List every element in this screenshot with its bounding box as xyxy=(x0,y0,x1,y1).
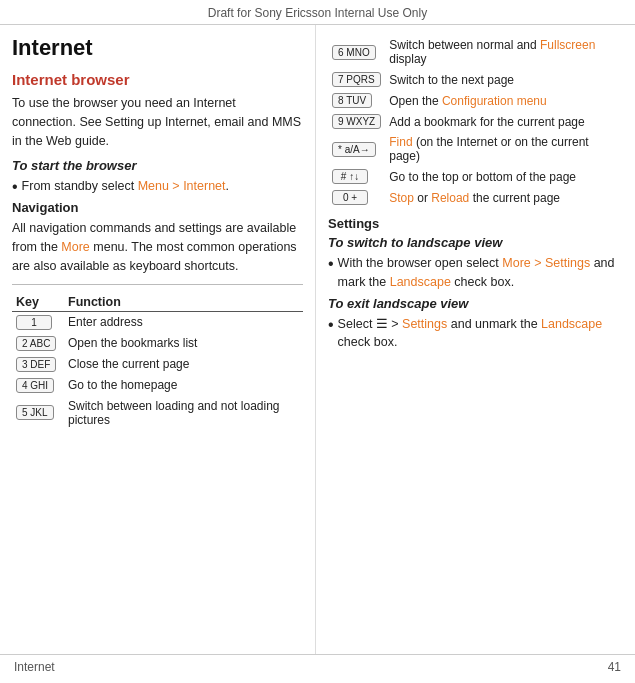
exit-settings-link[interactable]: Settings xyxy=(402,317,447,331)
reload-link[interactable]: Reload xyxy=(431,191,469,205)
table-row: 1Enter address xyxy=(12,311,303,333)
start-heading: To start the browser xyxy=(12,158,303,173)
intro-text: To use the browser you need an Internet … xyxy=(12,96,301,148)
table-row: 6 MNOSwitch between normal and Fullscree… xyxy=(328,35,623,69)
function-cell: Enter address xyxy=(64,311,303,333)
menu-internet-link[interactable]: Menu > Internet xyxy=(138,179,226,193)
col-function-header: Function xyxy=(64,293,303,312)
table-row: 5 JKLSwitch between loading and not load… xyxy=(12,396,303,430)
settings-heading: Settings xyxy=(328,216,623,231)
function-cell: Stop or Reload the current page xyxy=(385,187,623,208)
exit-bullet: • Select ☰ > Settings and unmark the Lan… xyxy=(328,315,623,353)
navigation-heading: Navigation xyxy=(12,200,303,215)
table-row: 0 +Stop or Reload the current page xyxy=(328,187,623,208)
key-badge: * a/A→ xyxy=(332,142,376,157)
function-cell: Find (on the Internet or on the current … xyxy=(385,132,623,166)
landscape-link[interactable]: Landscape xyxy=(390,275,451,289)
function-cell: Go to the top or bottom of the page xyxy=(385,166,623,187)
bullet-dot: • xyxy=(12,177,18,196)
table-row: 2 ABCOpen the bookmarks list xyxy=(12,333,303,354)
key-badge: # ↑↓ xyxy=(332,169,368,184)
key-badge: 4 GHI xyxy=(16,378,54,393)
key-cell: 8 TUV xyxy=(328,90,385,111)
key-cell: * a/A→ xyxy=(328,132,385,166)
key-badge: 2 ABC xyxy=(16,336,56,351)
key-badge: 9 WXYZ xyxy=(332,114,381,129)
start-text: From standby select Menu > Internet. xyxy=(22,177,229,196)
table-divider xyxy=(12,284,303,285)
nav-paragraph: All navigation commands and settings are… xyxy=(12,219,303,275)
draft-header: Draft for Sony Ericsson Internal Use Onl… xyxy=(0,0,635,25)
footer-left: Internet xyxy=(14,660,55,674)
key-cell: 0 + xyxy=(328,187,385,208)
key-cell: 5 JKL xyxy=(12,396,64,430)
function-cell: Close the current page xyxy=(64,354,303,375)
internet-browser-heading: Internet browser xyxy=(12,71,303,88)
key-cell: 6 MNO xyxy=(328,35,385,69)
start-bullet-item: • From standby select Menu > Internet. xyxy=(12,177,303,196)
right-key-table: 6 MNOSwitch between normal and Fullscree… xyxy=(328,35,623,208)
key-badge: 1 xyxy=(16,315,52,330)
function-link[interactable]: Fullscreen xyxy=(540,38,595,52)
key-cell: 4 GHI xyxy=(12,375,64,396)
key-badge: 7 PQRS xyxy=(332,72,381,87)
key-cell: # ↑↓ xyxy=(328,166,385,187)
intro-paragraph: To use the browser you need an Internet … xyxy=(12,94,303,150)
more-settings-link[interactable]: More > Settings xyxy=(502,256,590,270)
table-row: 3 DEFClose the current page xyxy=(12,354,303,375)
footer: Internet 41 xyxy=(0,654,635,678)
key-badge: 6 MNO xyxy=(332,45,376,60)
function-link[interactable]: Configuration menu xyxy=(442,94,547,108)
footer-right: 41 xyxy=(608,660,621,674)
stop-link[interactable]: Stop xyxy=(389,191,414,205)
landscape-view-heading: To switch to landscape view xyxy=(328,235,623,250)
landscape-bullet: • With the browser open select More > Se… xyxy=(328,254,623,292)
right-column: 6 MNOSwitch between normal and Fullscree… xyxy=(316,25,635,654)
key-function-table: Key Function 1Enter address2 ABCOpen the… xyxy=(12,293,303,430)
function-cell: Switch between normal and Fullscreen dis… xyxy=(385,35,623,69)
exit-icon: ☰ xyxy=(376,317,388,331)
more-link[interactable]: More xyxy=(61,240,89,254)
table-row: 4 GHIGo to the homepage xyxy=(12,375,303,396)
exit-landscape-link[interactable]: Landscape xyxy=(541,317,602,331)
function-cell: Switch to the next page xyxy=(385,69,623,90)
table-row: 7 PQRSSwitch to the next page xyxy=(328,69,623,90)
key-badge: 3 DEF xyxy=(16,357,56,372)
function-cell: Add a bookmark for the current page xyxy=(385,111,623,132)
function-link[interactable]: Find xyxy=(389,135,412,149)
exit-text: Select ☰ > Settings and unmark the Lands… xyxy=(338,315,623,353)
key-cell: 7 PQRS xyxy=(328,69,385,90)
key-badge: 8 TUV xyxy=(332,93,372,108)
key-cell: 1 xyxy=(12,311,64,333)
content-area: Internet Internet browser To use the bro… xyxy=(0,25,635,654)
table-row: # ↑↓Go to the top or bottom of the page xyxy=(328,166,623,187)
key-cell: 3 DEF xyxy=(12,354,64,375)
function-cell: Switch between loading and not loading p… xyxy=(64,396,303,430)
key-badge: 0 + xyxy=(332,190,368,205)
key-cell: 2 ABC xyxy=(12,333,64,354)
left-column: Internet Internet browser To use the bro… xyxy=(0,25,316,654)
function-cell: Go to the homepage xyxy=(64,375,303,396)
table-row: 8 TUVOpen the Configuration menu xyxy=(328,90,623,111)
col-key-header: Key xyxy=(12,293,64,312)
bullet-dot-3: • xyxy=(328,315,334,334)
key-cell: 9 WXYZ xyxy=(328,111,385,132)
page-title: Internet xyxy=(12,35,303,61)
draft-header-text: Draft for Sony Ericsson Internal Use Onl… xyxy=(208,6,427,20)
key-badge: 5 JKL xyxy=(16,405,54,420)
table-row: * a/A→Find (on the Internet or on the cu… xyxy=(328,132,623,166)
function-cell: Open the Configuration menu xyxy=(385,90,623,111)
exit-landscape-heading: To exit landscape view xyxy=(328,296,623,311)
table-row: 9 WXYZAdd a bookmark for the current pag… xyxy=(328,111,623,132)
bullet-dot-2: • xyxy=(328,254,334,273)
landscape-text: With the browser open select More > Sett… xyxy=(338,254,623,292)
function-cell: Open the bookmarks list xyxy=(64,333,303,354)
